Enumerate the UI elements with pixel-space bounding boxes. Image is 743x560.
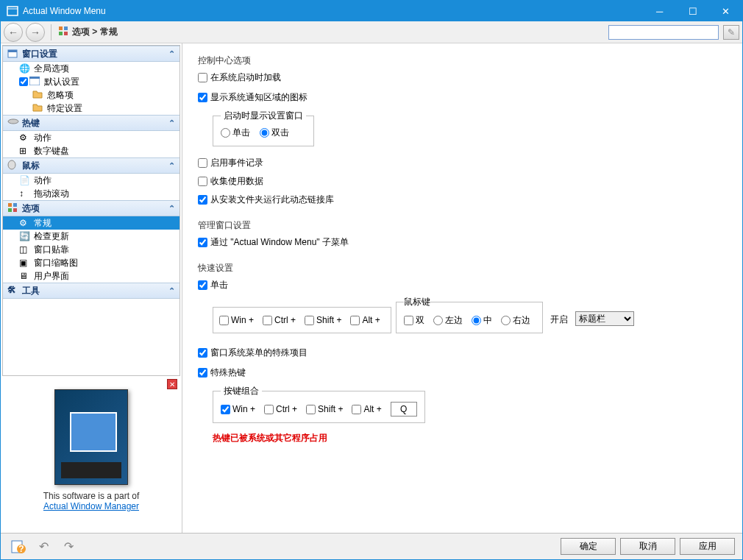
launch-display-legend: 启动时显示设置窗口 xyxy=(221,110,306,122)
section-label: 选项 xyxy=(22,202,40,215)
tree-item-default-settings[interactable]: 默认设置 xyxy=(3,75,179,88)
tree-item-hotkey-actions[interactable]: ⚙动作 xyxy=(3,131,179,144)
hk-ctrl-label[interactable]: Ctrl + xyxy=(264,404,297,414)
sidebar-section-hotkeys[interactable]: 热键 ⌃ xyxy=(3,115,179,131)
mod-shift-label[interactable]: Shift + xyxy=(305,315,341,325)
navigation-tree[interactable]: 窗口设置 ⌃ 🌐全局选项 默认设置 忽略项 特定设置 热键 ⌃ ⚙动作 ⊞数字键… xyxy=(2,45,180,376)
collect-usage-checkbox[interactable] xyxy=(198,177,207,186)
special-hotkey-checkbox[interactable] xyxy=(198,368,207,378)
section-label: 热键 xyxy=(22,117,40,130)
show-tray-checkbox[interactable] xyxy=(198,93,207,102)
hk-ctrl-checkbox[interactable] xyxy=(264,405,274,414)
launch-display-fieldset: 启动时显示设置窗口 单击 双击 xyxy=(213,110,314,146)
mod-ctrl-checkbox[interactable] xyxy=(263,316,272,325)
hk-alt-label[interactable]: Alt + xyxy=(352,404,381,414)
sidebar-section-window-settings[interactable]: 窗口设置 ⌃ xyxy=(3,46,179,62)
mod-ctrl-label[interactable]: Ctrl + xyxy=(263,315,296,325)
hk-shift-label[interactable]: Shift + xyxy=(306,404,343,414)
help-icon[interactable]: ? xyxy=(8,538,29,556)
keycombo-fieldset: 按键组合 Win + Ctrl + Shift + Alt + xyxy=(213,385,425,423)
promo-link[interactable]: Actual Window Manager xyxy=(43,501,139,511)
svg-text:?: ? xyxy=(18,544,24,553)
single-click-radio-label[interactable]: 单击 xyxy=(221,127,250,139)
tree-item-ui[interactable]: 🖥用户界面 xyxy=(3,269,179,283)
ui-icon: 🖥 xyxy=(19,271,31,281)
forward-button[interactable]: → xyxy=(26,23,45,42)
tree-item-mouse-actions[interactable]: 📄动作 xyxy=(3,174,179,187)
mouse-middle-label[interactable]: 中 xyxy=(472,314,492,327)
mod-win-label[interactable]: Win + xyxy=(219,315,254,325)
minimize-button[interactable]: ─ xyxy=(643,1,676,21)
svg-rect-15 xyxy=(13,208,17,212)
double-click-radio-label[interactable]: 双击 xyxy=(260,127,289,139)
tree-item-general[interactable]: ⚙常规 xyxy=(3,216,179,230)
chevron-up-icon: ⌃ xyxy=(168,49,175,59)
tree-item-thumbnail[interactable]: ▣窗口缩略图 xyxy=(3,256,179,269)
mod-win-checkbox[interactable] xyxy=(219,316,229,325)
mouse-double-checkbox[interactable] xyxy=(404,316,413,325)
mouse-right-radio[interactable] xyxy=(501,316,511,325)
tree-item-check-update[interactable]: 🔄检查更新 xyxy=(3,230,179,243)
single-click-radio[interactable] xyxy=(221,128,230,138)
chevron-up-icon: ⌃ xyxy=(168,286,175,296)
mod-alt-label[interactable]: Alt + xyxy=(350,315,380,325)
promo-close-button[interactable]: ✕ xyxy=(167,379,177,389)
tree-item-window-snap[interactable]: ◫窗口贴靠 xyxy=(3,243,179,256)
sysmenu-special-checkbox[interactable] xyxy=(198,348,207,358)
mouse-left-label[interactable]: 左边 xyxy=(433,314,463,327)
promo-text: This software is a part of xyxy=(7,491,176,501)
maximize-button[interactable]: ☐ xyxy=(676,1,709,21)
mouse-middle-radio[interactable] xyxy=(472,316,481,325)
run-dll-checkbox[interactable] xyxy=(198,195,207,205)
hk-alt-checkbox[interactable] xyxy=(352,405,361,414)
control-center-title: 控制中心选项 xyxy=(198,54,727,67)
sidebar-section-options[interactable]: 选项 ⌃ xyxy=(3,200,179,216)
undo-icon[interactable]: ↶ xyxy=(33,538,54,556)
search-button[interactable]: ✎ xyxy=(723,25,739,40)
mod-shift-checkbox[interactable] xyxy=(305,316,314,325)
tree-item-ignore[interactable]: 忽略项 xyxy=(3,88,179,102)
svg-point-10 xyxy=(8,119,18,124)
hk-win-label[interactable]: Win + xyxy=(221,404,255,414)
chevron-up-icon: ⌃ xyxy=(168,118,175,128)
tree-item-specific-settings[interactable]: 特定设置 xyxy=(3,102,179,115)
open-target-select[interactable]: 标题栏 xyxy=(575,311,634,326)
snap-icon: ◫ xyxy=(19,244,31,255)
enable-log-checkbox[interactable] xyxy=(198,158,207,168)
sidebar-section-mouse[interactable]: 鼠标 ⌃ xyxy=(3,157,179,174)
tree-label: 动作 xyxy=(34,132,51,144)
double-click-radio[interactable] xyxy=(260,128,269,138)
via-submenu-checkbox[interactable] xyxy=(198,238,207,247)
svg-rect-4 xyxy=(59,32,63,35)
breadcrumb: 选项 > 常规 xyxy=(72,26,118,38)
ok-button[interactable]: 确定 xyxy=(561,538,616,555)
close-button[interactable]: ✕ xyxy=(709,1,742,21)
apply-button[interactable]: 应用 xyxy=(680,538,735,555)
window-settings-icon xyxy=(7,48,19,60)
svg-rect-0 xyxy=(7,7,18,15)
quick-single-checkbox[interactable] xyxy=(198,280,207,290)
sidebar-section-tools[interactable]: 🛠 工具 ⌃ xyxy=(3,283,179,299)
search-input[interactable] xyxy=(608,25,719,40)
hk-shift-checkbox[interactable] xyxy=(306,405,316,414)
content-panel: 控制中心选项 在系统启动时加载 显示系统通知区域的图标 启动时显示设置窗口 单击… xyxy=(182,43,742,533)
load-startup-checkbox[interactable] xyxy=(198,73,207,82)
hotkey-key-input[interactable] xyxy=(391,402,417,417)
tree-label: 动作 xyxy=(34,174,51,187)
hk-win-checkbox[interactable] xyxy=(221,405,230,414)
cancel-button[interactable]: 取消 xyxy=(620,538,675,555)
tree-label: 拖动滚动 xyxy=(34,188,69,200)
mouse-right-label[interactable]: 右边 xyxy=(501,314,530,327)
redo-icon[interactable]: ↷ xyxy=(58,538,79,556)
section-label: 鼠标 xyxy=(22,160,40,172)
tree-item-global-options[interactable]: 🌐全局选项 xyxy=(3,62,179,75)
chevron-up-icon: ⌃ xyxy=(168,161,175,171)
tree-item-drag-scroll[interactable]: ↕拖动滚动 xyxy=(3,187,179,200)
tree-item-numpad[interactable]: ⊞数字键盘 xyxy=(3,144,179,157)
mod-alt-checkbox[interactable] xyxy=(350,316,360,325)
tree-label: 窗口贴靠 xyxy=(34,244,69,256)
default-settings-checkbox[interactable] xyxy=(19,77,28,86)
mouse-double-label[interactable]: 双 xyxy=(404,314,424,327)
mouse-left-radio[interactable] xyxy=(433,316,443,325)
back-button[interactable]: ← xyxy=(4,23,23,42)
